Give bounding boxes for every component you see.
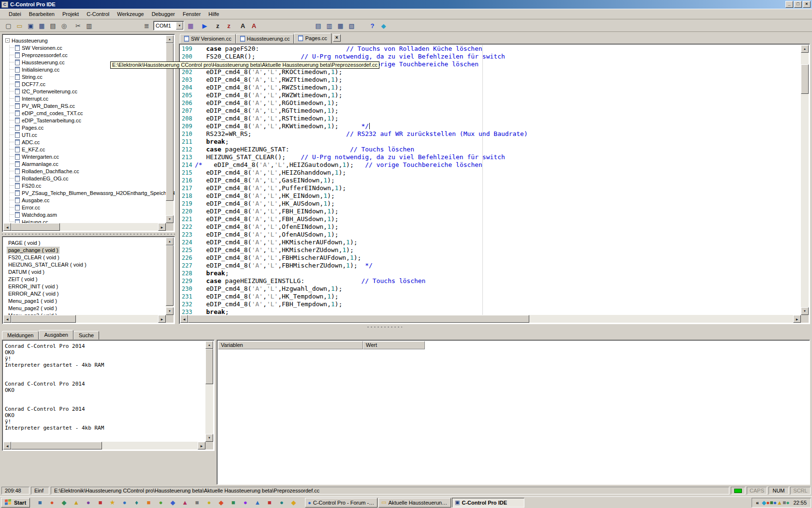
scroll-up-button[interactable]: ▲ bbox=[801, 45, 809, 53]
quicklaunch-icon-14[interactable]: ■ bbox=[191, 498, 203, 508]
tree-file-rolladen-dachflache-cc[interactable]: Rolladen_Dachflache.cc bbox=[3, 167, 175, 175]
output-log[interactable]: Conrad C-Control Pro 2014OKOÿ!Interprete… bbox=[3, 341, 205, 442]
tree-file-ausgabe-cc[interactable]: Ausgabe.cc bbox=[3, 196, 175, 204]
scrollbar-thumb[interactable] bbox=[801, 64, 809, 94]
tree-file-e-kfz-cc[interactable]: E_KFZ.cc bbox=[3, 146, 175, 153]
window-arrange-button[interactable]: ▧ bbox=[346, 20, 357, 31]
tree-file-i2c-porterweiterung-cc[interactable]: I2C_Porterweiterung.cc bbox=[3, 88, 175, 95]
editor-horizontal-scrollbar[interactable]: ◀▶ bbox=[180, 315, 801, 323]
editor-tab-sw-versionen-cc[interactable]: SW Versionen.cc bbox=[180, 34, 236, 44]
tray-icon-1[interactable]: ◆ bbox=[762, 499, 766, 506]
tree-file-fs20-cc[interactable]: FS20.cc bbox=[3, 182, 175, 189]
quicklaunch-icon-16[interactable]: ◆ bbox=[215, 498, 227, 508]
cut-button[interactable]: ✂ bbox=[72, 20, 84, 31]
tree-file-error-cc[interactable]: Error.cc bbox=[3, 204, 175, 211]
print-button[interactable]: ▤ bbox=[47, 20, 58, 31]
scroll-left-button[interactable]: ◀ bbox=[3, 315, 11, 323]
code-editor[interactable]: 199 case pageFS20: // Touchs von Rollade… bbox=[180, 45, 801, 315]
menu-projekt[interactable]: Projekt bbox=[58, 10, 83, 18]
scroll-left-button[interactable]: ◀ bbox=[3, 223, 11, 231]
tree-file-string-cc[interactable]: String.cc bbox=[3, 73, 175, 80]
menu-debugger[interactable]: Debugger bbox=[148, 10, 179, 18]
scrollbar-thumb[interactable] bbox=[188, 315, 529, 323]
left-panel-splitter[interactable] bbox=[2, 232, 175, 236]
tree-file-adc-cc[interactable]: ADC.cc bbox=[3, 138, 175, 146]
minimize-button[interactable]: _ bbox=[785, 1, 793, 8]
tree-horizontal-scrollbar[interactable]: ◀▶ bbox=[3, 223, 166, 231]
editor-tab-haussteuerung-cc[interactable]: Haussteuerung.cc bbox=[236, 34, 294, 44]
scroll-right-button[interactable]: ▶ bbox=[158, 223, 166, 231]
tree-file-pv-wr-daten-rs-cc[interactable]: PV_WR_Daten_RS.cc bbox=[3, 102, 175, 109]
scroll-up-button[interactable]: ▲ bbox=[166, 238, 174, 245]
menu-c-control[interactable]: C-Control bbox=[83, 10, 113, 18]
window-cascade-button[interactable]: ▤ bbox=[313, 20, 324, 31]
tree-file-interrupt-cc[interactable]: Interrupt.cc bbox=[3, 95, 175, 102]
quicklaunch-icon-12[interactable]: ◆ bbox=[167, 498, 179, 508]
menu-bearbeiten[interactable]: Bearbeiten bbox=[25, 10, 58, 18]
task-button-c-control-pro-ide[interactable]: ▣C-Control Pro IDE bbox=[452, 498, 524, 508]
function-list-item[interactable]: page_change ( void ) bbox=[3, 246, 166, 254]
function-list[interactable]: PAGE ( void )page_change ( void )FS20_CL… bbox=[3, 238, 166, 315]
quicklaunch-icon-15[interactable]: ● bbox=[203, 498, 215, 508]
save-all-button[interactable]: ▦ bbox=[36, 20, 47, 31]
menu-fenster[interactable]: Fenster bbox=[179, 10, 204, 18]
start-button[interactable]: Start bbox=[1, 498, 30, 508]
variables-column-header[interactable]: Variablen bbox=[218, 341, 363, 349]
quicklaunch-icon-9[interactable]: ♦ bbox=[130, 498, 143, 508]
quicklaunch-icon-11[interactable]: ● bbox=[155, 498, 167, 508]
quicklaunch-icon-18[interactable]: ● bbox=[239, 498, 251, 508]
output-tab-ausgaben[interactable]: Ausgaben bbox=[39, 330, 73, 340]
menu-datei[interactable]: Datei bbox=[5, 10, 25, 18]
find-button[interactable]: ◎ bbox=[58, 20, 70, 31]
scrollbar-thumb[interactable] bbox=[11, 442, 102, 449]
editor-tab-pages-cc[interactable]: Pages.cc bbox=[294, 33, 331, 44]
tree-file-alarmanlage-cc[interactable]: Alarmanlage.cc bbox=[3, 160, 175, 167]
function-list-item[interactable]: HEIZUNG_STAT_CLEAR ( void ) bbox=[3, 261, 166, 268]
tray-icon-4[interactable]: ● bbox=[773, 499, 777, 506]
quicklaunch-icon-8[interactable]: ● bbox=[118, 498, 130, 508]
save-button[interactable]: ▣ bbox=[25, 20, 36, 31]
scroll-down-button[interactable]: ▼ bbox=[166, 215, 174, 223]
window-tile-v-button[interactable]: ▦ bbox=[335, 20, 346, 31]
scrollbar-thumb[interactable] bbox=[11, 315, 76, 323]
scrollbar-thumb[interactable] bbox=[11, 223, 60, 231]
tree-file-dcf77-cc[interactable]: DCF77.cc bbox=[3, 80, 175, 88]
function-list-item[interactable]: DATUM ( void ) bbox=[3, 268, 166, 275]
new-file-button[interactable]: ▢ bbox=[3, 20, 14, 31]
quicklaunch-icon-19[interactable]: ▲ bbox=[251, 498, 263, 508]
function-list-item[interactable]: Menu_page2 ( void ) bbox=[3, 304, 166, 312]
vertical-splitter[interactable] bbox=[175, 33, 179, 324]
functions-horizontal-scrollbar[interactable]: ◀▶ bbox=[3, 315, 166, 323]
scrollbar-thumb[interactable] bbox=[166, 245, 174, 306]
variables-body[interactable] bbox=[218, 349, 809, 483]
output-horizontal-scrollbar[interactable]: ◀▶ bbox=[3, 442, 205, 449]
quicklaunch-icon-10[interactable]: ■ bbox=[143, 498, 155, 508]
scroll-down-button[interactable]: ▼ bbox=[166, 307, 174, 315]
output-tab-meldungen[interactable]: Meldungen bbox=[2, 331, 39, 340]
help-button[interactable]: ? bbox=[367, 20, 378, 31]
tree-file-wintergarten-cc[interactable]: Wintergarten.cc bbox=[3, 153, 175, 160]
collapse-icon[interactable]: - bbox=[5, 38, 10, 43]
tray-icon-7[interactable]: ● bbox=[786, 499, 789, 506]
tray-icon-3[interactable]: ■ bbox=[770, 499, 773, 506]
functions-vertical-scrollbar[interactable]: ▲▼ bbox=[166, 238, 174, 315]
quicklaunch-icon-2[interactable]: ● bbox=[46, 498, 58, 508]
quicklaunch-icon-7[interactable]: ★ bbox=[106, 498, 118, 508]
scroll-down-button[interactable]: ▼ bbox=[801, 307, 809, 315]
quicklaunch-icon-4[interactable]: ▲ bbox=[70, 498, 82, 508]
scroll-up-button[interactable]: ▲ bbox=[205, 341, 213, 349]
output-tab-suche[interactable]: Suche bbox=[73, 331, 99, 340]
quicklaunch-icon-20[interactable]: ■ bbox=[263, 498, 276, 508]
tree-file-edip-cmd-codes-txt-cc[interactable]: eDIP_cmd_codes_TXT.cc bbox=[3, 109, 175, 117]
tree-file-sw-versionen-cc[interactable]: SW Versionen.cc bbox=[3, 44, 175, 51]
scroll-left-button[interactable]: ◀ bbox=[180, 315, 188, 323]
info-button[interactable]: ◆ bbox=[378, 20, 389, 31]
close-button[interactable]: × bbox=[803, 1, 811, 8]
scroll-up-button[interactable]: ▲ bbox=[166, 35, 174, 43]
function-list-item[interactable]: FS20_CLEAR ( void ) bbox=[3, 254, 166, 261]
scroll-right-button[interactable]: ▶ bbox=[158, 315, 166, 323]
tab-close-button[interactable]: × bbox=[333, 34, 341, 42]
tree-file-preprozessordef-cc[interactable]: Preprozessordef.cc bbox=[3, 51, 175, 59]
compile-start-button[interactable]: ▶ bbox=[199, 20, 210, 31]
function-list-item[interactable]: ERROR_INIT ( void ) bbox=[3, 283, 166, 290]
